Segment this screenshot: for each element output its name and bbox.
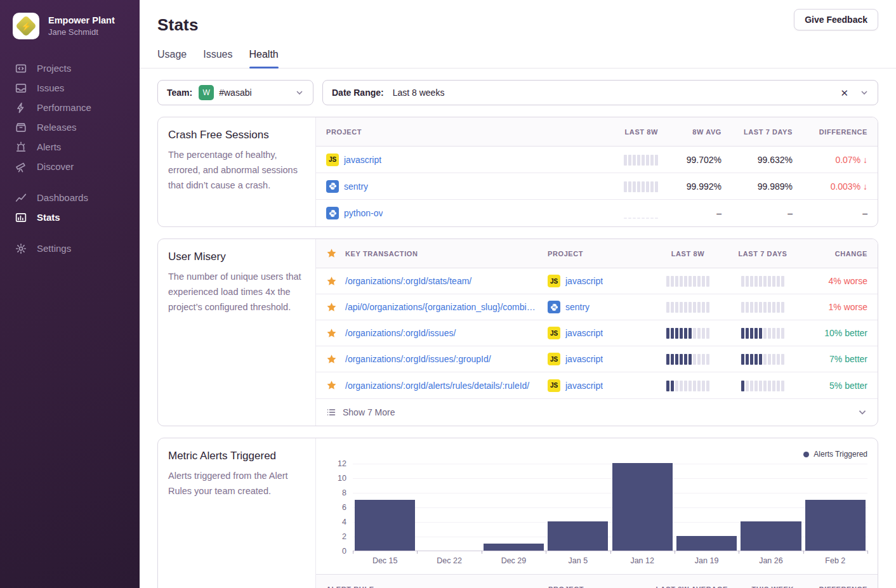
sparkline: [666, 380, 709, 391]
sparkline: [741, 327, 784, 339]
column-header: LAST 7 DAYS: [721, 128, 793, 136]
table-row: JSjavascript99.702%99.632%0.07% ↓: [316, 147, 878, 173]
tab-usage[interactable]: Usage: [157, 49, 187, 68]
sparkline: [666, 301, 709, 313]
project-cell: python-ov: [326, 207, 588, 219]
y-axis-tick-label: 4: [327, 518, 346, 526]
last-7-days-value: –: [721, 208, 793, 218]
project-link[interactable]: python-ov: [344, 208, 383, 218]
column-header: DIFFERENCE: [794, 585, 867, 588]
column-header: PROJECT: [548, 250, 650, 258]
tab-health[interactable]: Health: [249, 49, 279, 68]
show-more-row[interactable]: Show 7 More: [316, 398, 878, 426]
date-range-select[interactable]: Date Range: Last 8 weeks ✕: [322, 80, 878, 105]
give-feedback-button[interactable]: Give Feedback: [794, 9, 878, 30]
sidebar-item-projects[interactable]: Projects: [0, 58, 140, 78]
project-link[interactable]: javascript: [565, 354, 603, 364]
project-cell: sentry: [548, 301, 650, 313]
transaction-cell: /organizations/:orgId/alerts/rules/detai…: [345, 381, 548, 391]
project-link[interactable]: javascript: [565, 328, 603, 338]
x-axis-label: Dec 29: [482, 556, 546, 565]
chevron-down-icon: [857, 407, 867, 417]
sidebar-item-dashboards[interactable]: Dashboards: [0, 188, 140, 207]
performance-icon: [15, 102, 27, 114]
org-switcher[interactable]: ⚡ Empower Plant Jane Schmidt: [0, 0, 140, 39]
sidebar-nav: ProjectsIssuesPerformanceReleasesAlertsD…: [0, 58, 140, 258]
sparkline: [666, 353, 709, 365]
x-axis-tick: [739, 551, 739, 554]
tab-issues[interactable]: Issues: [203, 49, 232, 68]
difference-value: –: [793, 208, 867, 218]
project-link[interactable]: javascript: [344, 155, 381, 165]
sidebar-item-stats[interactable]: Stats: [0, 207, 140, 227]
column-header: LAST 8W: [588, 128, 658, 136]
column-header: PROJECT: [326, 128, 588, 136]
transaction-link[interactable]: /organizations/:orgId/stats/team/: [345, 276, 536, 286]
change-value: 10% better: [800, 328, 867, 338]
javascript-platform-icon: JS: [548, 379, 560, 392]
user-name: Jane Schmidt: [48, 27, 115, 37]
avg-8w-value: –: [658, 208, 721, 218]
last-7-days-value: 99.989%: [721, 181, 793, 192]
y-axis-tick-label: 0: [327, 547, 346, 556]
sidebar-item-label: Performance: [37, 102, 91, 113]
sidebar-item-label: Dashboards: [37, 192, 88, 203]
dashboards-icon: [15, 192, 27, 204]
discover-icon: [15, 161, 27, 173]
transaction-link[interactable]: /organizations/:orgId/issues/: [345, 328, 536, 338]
page-title: Stats: [157, 15, 878, 35]
chart-bar[interactable]: [355, 500, 415, 551]
column-header: LAST 8W AVERAGE: [616, 585, 728, 588]
sidebar-item-alerts[interactable]: Alerts: [0, 137, 140, 157]
x-axis-tick: [482, 551, 482, 554]
chart-bar[interactable]: [741, 521, 801, 551]
sidebar-item-performance[interactable]: Performance: [0, 98, 140, 117]
project-link[interactable]: javascript: [565, 276, 603, 286]
transaction-link[interactable]: /organizations/:orgId/alerts/rules/detai…: [345, 381, 536, 391]
sparkline: [666, 275, 709, 287]
javascript-platform-icon: JS: [326, 154, 339, 166]
team-select[interactable]: Team: W #wasabi: [157, 80, 313, 105]
table-row: /api/0/organizations/{organization_slug}…: [316, 294, 878, 320]
x-axis-label: Dec 22: [417, 556, 481, 565]
project-link[interactable]: sentry: [344, 181, 368, 192]
chart-bar[interactable]: [612, 463, 673, 551]
chevron-down-icon[interactable]: [860, 88, 869, 97]
x-axis-label: Jan 12: [610, 556, 675, 565]
date-range-label: Date Range:: [332, 88, 384, 98]
table-row: sentry99.992%99.989%0.003% ↓: [316, 173, 878, 200]
project-link[interactable]: javascript: [565, 381, 603, 391]
panel-title: Metric Alerts Triggered: [168, 450, 305, 462]
bolt-icon: ⚡: [18, 18, 34, 34]
project-link[interactable]: sentry: [565, 302, 590, 312]
chart-bar[interactable]: [484, 544, 544, 551]
column-header: LAST 7 DAYS: [725, 250, 800, 258]
avg-8w-value: 99.702%: [658, 155, 721, 165]
sparkline: [624, 154, 658, 166]
key-transaction-star-icon: [326, 276, 345, 287]
transaction-link[interactable]: /api/0/organizations/{organization_slug}…: [345, 302, 536, 312]
chart-bar[interactable]: [548, 521, 608, 551]
sidebar-item-discover[interactable]: Discover: [0, 157, 140, 176]
column-header: DIFFERENCE: [793, 128, 867, 136]
avg-8w-value: 99.992%: [658, 181, 721, 192]
javascript-platform-icon: JS: [548, 327, 560, 339]
chart-bar[interactable]: [805, 500, 866, 551]
key-transaction-star-icon: [326, 328, 345, 339]
chart-bar[interactable]: [676, 536, 737, 551]
transaction-link[interactable]: /organizations/:orgId/issues/:groupId/: [345, 354, 536, 364]
sparkline: [741, 380, 784, 391]
sidebar-item-label: Discover: [37, 161, 74, 172]
sidebar-item-issues[interactable]: Issues: [0, 78, 140, 98]
change-value: 1% worse: [800, 302, 867, 312]
table-row: /organizations/:orgId/issues/JSjavascrip…: [316, 320, 878, 346]
clear-icon[interactable]: ✕: [840, 88, 848, 98]
x-axis-tick: [675, 551, 675, 554]
sidebar-item-releases[interactable]: Releases: [0, 117, 140, 137]
x-axis-label: Jan 26: [739, 556, 803, 565]
sidebar-item-label: Alerts: [37, 141, 61, 152]
legend-label: Alerts Triggered: [814, 450, 867, 459]
sidebar-item-settings[interactable]: Settings: [0, 238, 140, 258]
stats-icon: [15, 212, 27, 223]
x-axis-label: Jan 5: [546, 556, 610, 565]
